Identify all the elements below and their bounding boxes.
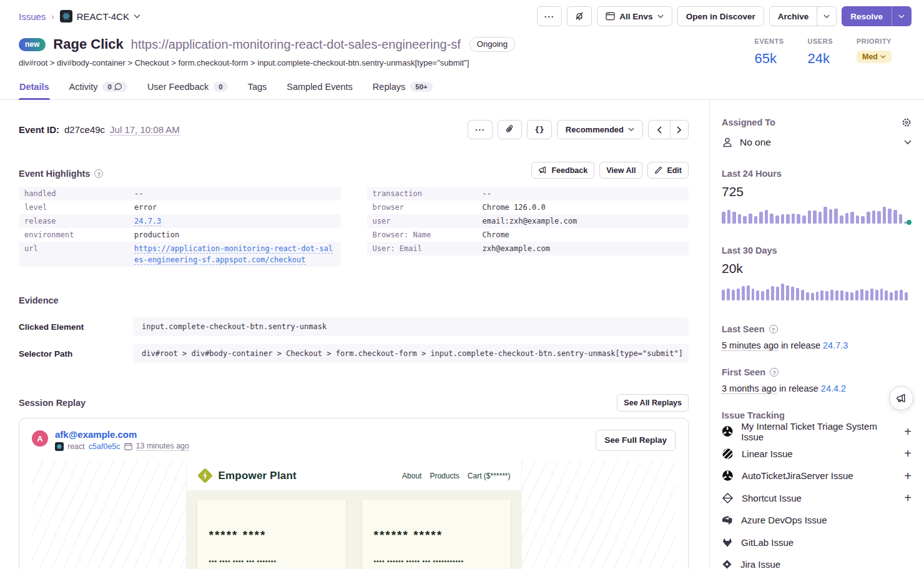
previous-event-button[interactable] — [648, 120, 671, 139]
help-icon[interactable]: ? — [770, 368, 779, 377]
breadcrumb-separator: › — [51, 12, 54, 21]
bell-slash-icon — [574, 11, 584, 21]
replay-user-link[interactable]: afk@example.com — [55, 429, 189, 440]
view-all-button[interactable]: View All — [599, 162, 642, 179]
event-timestamp[interactable]: Jul 17, 10:08 AM — [110, 124, 180, 136]
last-24h-chart — [722, 207, 912, 224]
release-link[interactable]: 24.7.3 — [134, 217, 161, 226]
url-link[interactable]: https://application-monitoring-react-dot… — [134, 244, 333, 265]
first-seen-title: First Seen? — [722, 367, 912, 377]
chart-bar — [791, 287, 794, 300]
resolve-dropdown-button[interactable] — [892, 6, 912, 26]
chart-bar — [895, 290, 898, 300]
archive-button[interactable]: Archive — [769, 6, 818, 26]
event-more-button[interactable]: ··· — [468, 120, 493, 139]
chart-bar — [727, 289, 730, 300]
event-link-button[interactable] — [498, 120, 522, 139]
issue-tracking-item[interactable]: Linear Issue + — [722, 443, 912, 465]
mute-button[interactable] — [567, 6, 592, 26]
chart-bar — [754, 216, 758, 224]
replay-viewport[interactable]: Empower Plant About Products Cart ($****… — [32, 461, 676, 569]
chart-bar — [830, 290, 833, 300]
last-30d-count: 20k — [722, 261, 912, 276]
first-seen-value: 3 months ago in release 24.4.2 — [722, 383, 912, 393]
chart-bar — [818, 212, 822, 224]
tab-details[interactable]: Details — [19, 76, 50, 99]
environment-filter-button[interactable]: All Envs — [597, 6, 672, 26]
chart-bar — [840, 215, 843, 224]
clicked-element-value: input.complete-checkout-btn.sentry-unmas… — [134, 317, 689, 336]
chart-bar — [786, 214, 790, 224]
replay-time[interactable]: 13 minutes ago — [136, 442, 189, 451]
help-icon[interactable]: ? — [769, 325, 778, 334]
event-sort-dropdown[interactable]: Recommended — [557, 120, 643, 139]
issue-tracking-item[interactable]: Azure DevOps Issue — [722, 509, 912, 532]
breadcrumb: Issues › REACT-4CK — [19, 10, 140, 22]
add-issue-button[interactable]: + — [904, 492, 912, 504]
tab-sampled-events[interactable]: Sampled Events — [286, 76, 353, 99]
chart-bar — [875, 290, 878, 300]
event-id-block: Event ID: d27ce49c Jul 17, 10:08 AM — [19, 124, 180, 136]
chart-bar — [743, 216, 747, 224]
latest-event-dot — [907, 220, 912, 225]
issue-tracking-item[interactable]: GitLab Issue — [722, 532, 912, 554]
help-icon[interactable]: ? — [94, 169, 103, 178]
feedback-fab-button[interactable] — [889, 386, 913, 410]
first-seen-release-link[interactable]: 24.4.2 — [821, 383, 846, 393]
chart-bar — [765, 210, 769, 224]
product-title-masked: ***** **** — [209, 528, 334, 542]
chevron-down-icon — [657, 14, 664, 19]
ongoing-badge: Ongoing — [469, 37, 515, 52]
last-seen-time[interactable]: 5 minutes ago — [722, 340, 779, 351]
gear-icon[interactable] — [902, 117, 912, 127]
issue-tracking-item[interactable]: Shortcut Issue + — [722, 487, 912, 510]
issue-tracking-item[interactable]: Jira Issue — [722, 553, 912, 569]
feedback-button[interactable]: Feedback — [531, 162, 594, 179]
chart-bar — [802, 215, 806, 224]
add-issue-button[interactable]: + — [904, 470, 912, 482]
tab-activity[interactable]: Activity 0 — [69, 76, 128, 99]
next-event-button[interactable] — [671, 120, 689, 139]
add-issue-button[interactable]: + — [904, 447, 912, 460]
event-json-button[interactable]: {} — [527, 120, 552, 139]
chart-bar — [880, 289, 883, 300]
replay-id-link[interactable]: c5af0e5c — [89, 442, 120, 451]
megaphone-icon — [538, 166, 547, 174]
chart-bar — [781, 284, 784, 300]
see-all-replays-button[interactable]: See All Replays — [617, 394, 689, 412]
more-actions-button[interactable]: ··· — [537, 6, 563, 26]
event-actions: ··· {} Recommended — [468, 120, 689, 139]
issue-details-page: Issues › REACT-4CK ··· All Envs Open in … — [0, 0, 924, 569]
assignee-selector[interactable]: No one — [722, 137, 912, 148]
chart-bar — [732, 212, 736, 224]
issue-tracking-item[interactable]: AutoTicketJiraServer Issue + — [722, 465, 912, 487]
open-in-discover-button[interactable]: Open in Discover — [677, 6, 764, 26]
last-seen-release-link[interactable]: 24.7.3 — [823, 340, 848, 350]
table-row: handled-- — [19, 187, 341, 200]
priority-selector[interactable]: Med — [857, 51, 892, 63]
issue-tracking-item[interactable]: My Internal Ticket Triage System Issue + — [722, 420, 912, 443]
chart-bar — [870, 289, 873, 300]
tab-replays[interactable]: Replays 50+ — [372, 76, 433, 99]
site-nav-products: Products — [430, 472, 459, 480]
gitlab-icon — [722, 537, 733, 548]
project-selector[interactable]: REACT-4CK — [60, 10, 140, 22]
breadcrumb-issues-link[interactable]: Issues — [19, 11, 46, 22]
add-issue-button[interactable]: + — [904, 425, 912, 438]
jira-server-icon — [722, 470, 734, 482]
resolve-button[interactable]: Resolve — [842, 6, 892, 26]
users-count-link[interactable]: 24k — [808, 51, 833, 67]
first-seen-time[interactable]: 3 months ago — [722, 383, 777, 394]
person-icon — [722, 137, 733, 148]
replay-project-name: react — [67, 442, 85, 451]
tab-tags[interactable]: Tags — [247, 76, 268, 99]
chart-bar — [747, 285, 750, 300]
see-full-replay-button[interactable]: See Full Replay — [596, 430, 676, 451]
archive-dropdown-button[interactable] — [817, 6, 837, 26]
tab-user-feedback[interactable]: User Feedback 0 — [147, 76, 229, 99]
edit-highlights-button[interactable]: Edit — [647, 162, 689, 179]
issue-tracking-label: Linear Issue — [742, 448, 793, 459]
main-panel: Event ID: d27ce49c Jul 17, 10:08 AM ··· … — [0, 100, 709, 569]
events-count-link[interactable]: 65k — [755, 51, 784, 67]
product-card: ****** ***** **** ****** ***** *** *****… — [362, 500, 511, 569]
